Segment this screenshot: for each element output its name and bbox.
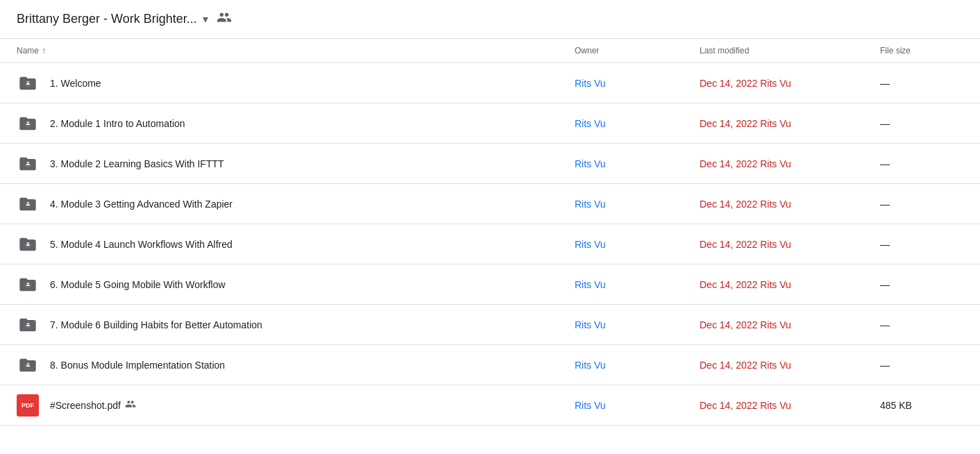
folder-icon <box>17 314 39 336</box>
table-row[interactable]: 5. Module 4 Launch Workflows With Alfred… <box>0 224 980 264</box>
folder-icon <box>17 112 39 135</box>
file-cell: 3. Module 2 Learning Basics With IFTTT <box>17 153 575 175</box>
file-name: 7. Module 6 Building Habits for Better A… <box>50 319 262 330</box>
size-cell: — <box>880 158 963 169</box>
size-cell: — <box>880 78 963 89</box>
folder-icon <box>17 233 39 255</box>
size-cell: — <box>880 118 963 129</box>
size-cell: — <box>880 239 963 250</box>
people-icon[interactable] <box>217 10 232 28</box>
modified-cell: Dec 14, 2022 Rits Vu <box>700 78 880 89</box>
size-cell: — <box>880 360 963 371</box>
file-name: 3. Module 2 Learning Basics With IFTTT <box>50 158 224 169</box>
modified-by: Rits Vu <box>760 239 791 250</box>
file-cell: PDF #Screenshot.pdf <box>17 394 575 417</box>
pdf-icon: PDF <box>17 394 39 417</box>
folder-icon <box>17 193 39 215</box>
table-row[interactable]: 6. Module 5 Going Mobile With Workflow R… <box>0 264 980 305</box>
page-title: Brittany Berger - Work Brighter... <box>17 12 197 26</box>
modified-by: Rits Vu <box>760 199 791 210</box>
owner-cell: Rits Vu <box>575 360 700 371</box>
table-row[interactable]: PDF #Screenshot.pdf Rits Vu Dec 14, 2022… <box>0 385 980 426</box>
size-cell: — <box>880 279 963 290</box>
owner-cell: Rits Vu <box>575 400 700 411</box>
shared-icon <box>125 398 136 412</box>
modified-by: Rits Vu <box>760 78 791 89</box>
owner-cell: Rits Vu <box>575 239 700 250</box>
file-cell: 2. Module 1 Intro to Automation <box>17 112 575 135</box>
modified-by: Rits Vu <box>760 360 791 371</box>
modified-cell: Dec 14, 2022 Rits Vu <box>700 239 880 250</box>
owner-cell: Rits Vu <box>575 158 700 169</box>
table-row[interactable]: 4. Module 3 Getting Advanced With Zapier… <box>0 184 980 224</box>
file-name: 8. Bonus Module Implementation Station <box>50 360 225 371</box>
table-row[interactable]: 1. Welcome Rits Vu Dec 14, 2022 Rits Vu … <box>0 63 980 103</box>
size-cell: — <box>880 319 963 330</box>
table-row[interactable]: 8. Bonus Module Implementation Station R… <box>0 345 980 385</box>
file-cell: 8. Bonus Module Implementation Station <box>17 354 575 376</box>
owner-cell: Rits Vu <box>575 319 700 330</box>
file-name: 6. Module 5 Going Mobile With Workflow <box>50 279 226 290</box>
owner-cell: Rits Vu <box>575 279 700 290</box>
table-body: 1. Welcome Rits Vu Dec 14, 2022 Rits Vu … <box>0 63 980 426</box>
modified-by: Rits Vu <box>760 279 791 290</box>
file-name: #Screenshot.pdf <box>50 400 121 411</box>
file-name: 4. Module 3 Getting Advanced With Zapier <box>50 199 233 210</box>
folder-icon <box>17 72 39 94</box>
modified-cell: Dec 14, 2022 Rits Vu <box>700 158 880 169</box>
modified-cell: Dec 14, 2022 Rits Vu <box>700 279 880 290</box>
file-cell: 5. Module 4 Launch Workflows With Alfred <box>17 233 575 255</box>
table-header-row: Name ↑ Owner Last modified File size <box>0 39 980 63</box>
file-name: 5. Module 4 Launch Workflows With Alfred <box>50 239 233 250</box>
col-owner-header[interactable]: Owner <box>575 46 700 56</box>
folder-icon <box>17 153 39 175</box>
col-modified-header[interactable]: Last modified <box>700 46 880 56</box>
modified-cell: Dec 14, 2022 Rits Vu <box>700 118 880 129</box>
owner-cell: Rits Vu <box>575 118 700 129</box>
modified-cell: Dec 14, 2022 Rits Vu <box>700 400 880 411</box>
file-cell: 6. Module 5 Going Mobile With Workflow <box>17 274 575 296</box>
file-cell: 4. Module 3 Getting Advanced With Zapier <box>17 193 575 215</box>
col-size-header[interactable]: File size <box>880 46 963 56</box>
folder-icon <box>17 274 39 296</box>
table-row[interactable]: 3. Module 2 Learning Basics With IFTTT R… <box>0 144 980 184</box>
col-name-label: Name <box>17 46 39 56</box>
chevron-down-icon[interactable]: ▾ <box>203 12 208 26</box>
owner-cell: Rits Vu <box>575 199 700 210</box>
modified-by: Rits Vu <box>760 400 791 411</box>
modified-by: Rits Vu <box>760 158 791 169</box>
col-name-header[interactable]: Name ↑ <box>17 46 575 56</box>
page-header: Brittany Berger - Work Brighter... ▾ <box>0 0 980 39</box>
folder-icon <box>17 354 39 376</box>
modified-by: Rits Vu <box>760 319 791 330</box>
sort-arrow-icon: ↑ <box>42 46 46 56</box>
table-row[interactable]: 7. Module 6 Building Habits for Better A… <box>0 305 980 345</box>
modified-cell: Dec 14, 2022 Rits Vu <box>700 319 880 330</box>
file-name: 2. Module 1 Intro to Automation <box>50 118 185 129</box>
modified-cell: Dec 14, 2022 Rits Vu <box>700 199 880 210</box>
file-table: Name ↑ Owner Last modified File size 1. … <box>0 39 980 426</box>
file-name: 1. Welcome <box>50 78 101 89</box>
owner-cell: Rits Vu <box>575 78 700 89</box>
modified-cell: Dec 14, 2022 Rits Vu <box>700 360 880 371</box>
size-cell: 485 KB <box>880 400 963 411</box>
file-cell: 7. Module 6 Building Habits for Better A… <box>17 314 575 336</box>
file-cell: 1. Welcome <box>17 72 575 94</box>
modified-by: Rits Vu <box>760 118 791 129</box>
table-row[interactable]: 2. Module 1 Intro to Automation Rits Vu … <box>0 103 980 144</box>
size-cell: — <box>880 199 963 210</box>
